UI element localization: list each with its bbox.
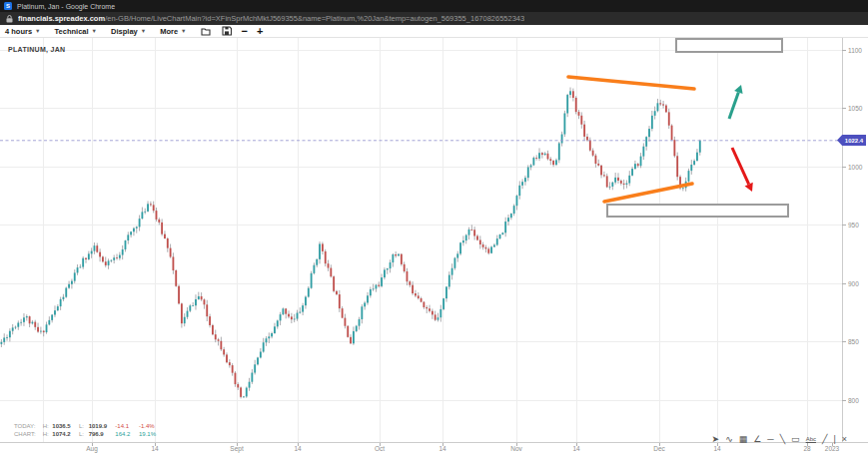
technical-dropdown[interactable]: Technical ▼	[55, 27, 98, 36]
x-axis-label: 14	[285, 445, 311, 452]
annotation-arrow-up[interactable]	[729, 85, 743, 119]
legend-today-low: 1019.9	[89, 423, 114, 431]
legend-today-change-pct: -1.4%	[139, 423, 159, 431]
chevron-down-icon: ▼	[92, 28, 97, 34]
candlesticks	[0, 88, 700, 399]
rectangle-icon[interactable]: ▭	[791, 434, 800, 444]
y-axis-label: 900	[848, 280, 859, 287]
x-axis-label: Aug	[79, 445, 105, 452]
legend-today-label: TODAY:	[14, 423, 41, 431]
open-chart-button[interactable]	[201, 27, 212, 36]
annotations	[568, 39, 788, 217]
annotation-arrow-down[interactable]	[732, 148, 753, 192]
legend-chart-change: 164.2	[115, 431, 137, 439]
address-bar[interactable]: financials.spreadex.com/en-GB/Home/LiveC…	[0, 12, 868, 25]
display-label: Display	[111, 27, 138, 36]
y-axis-label: 950	[848, 222, 859, 228]
text-icon[interactable]: Abc	[806, 434, 816, 444]
horizontal-line-icon[interactable]: ─	[767, 434, 773, 444]
chevron-down-icon: ▼	[35, 28, 40, 34]
legend-low-key: L:	[79, 423, 87, 431]
y-axis-label: 1000	[848, 164, 862, 171]
legend-chart-low: 796.9	[89, 431, 114, 439]
y-axis-label: 800	[848, 397, 859, 404]
drawing-toolbar: ➤∿▦∠─╲▭Abc╱|×	[712, 434, 847, 444]
current-price-badge: 1022.4	[837, 135, 866, 146]
legend-today-high: 1036.5	[52, 423, 77, 431]
url-text[interactable]: financials.spreadex.com/en-GB/Home/LiveC…	[18, 14, 524, 23]
chart-area: PLATINUM, JAN 1022.4 TODAY: H: 1036.5 L:…	[0, 38, 868, 457]
x-axis-label: 14	[704, 445, 730, 452]
legend-high-key: H:	[43, 423, 51, 431]
lock-icon	[6, 15, 13, 23]
display-dropdown[interactable]: Display ▼	[111, 27, 146, 36]
x-axis-label: Nov	[503, 445, 529, 452]
save-icon	[222, 26, 232, 36]
chart-legend: TODAY: H: 1036.5 L: 1019.9 -14.1 -1.4% C…	[14, 423, 159, 438]
x-axis-label: 28	[794, 445, 820, 452]
x-axis-label: 14	[430, 445, 455, 452]
legend-high-key: H:	[43, 431, 51, 439]
folder-open-icon	[201, 27, 212, 36]
x-axis-label: 14	[563, 445, 589, 452]
timeframe-label: 4 hours	[5, 27, 32, 36]
chevron-down-icon: ▼	[181, 28, 186, 34]
legend-chart-change-pct: 19.1%	[139, 431, 159, 439]
url-path: /en-GB/Home/LiveChartMain?id=XFinSprMchM…	[105, 14, 524, 23]
legend-today-change: -14.1	[115, 423, 137, 431]
price-chart[interactable]	[0, 38, 868, 457]
x-axis-label: 2023	[819, 445, 845, 452]
window-titlebar: S Platinum, Jan - Google Chrome	[0, 0, 868, 12]
zoom-in-button[interactable]: +	[257, 26, 263, 36]
timeframe-dropdown[interactable]: 4 hours ▼	[5, 27, 41, 36]
spreadex-favicon: S	[4, 2, 12, 10]
chevron-down-icon: ▼	[141, 28, 146, 34]
legend-row-chart: CHART: H: 1074.2 L: 796.9 164.2 19.1%	[14, 431, 159, 439]
x-axis-label: Oct	[367, 445, 393, 452]
chart-toolbar: 4 hours ▼ Technical ▼ Display ▼ More ▼ −…	[0, 25, 868, 38]
save-chart-button[interactable]	[222, 26, 232, 36]
toolbar-separator: |	[833, 434, 835, 444]
x-axis-label: 14	[142, 445, 168, 452]
x-axis-label: Sept	[224, 445, 250, 452]
legend-chart-label: CHART:	[14, 431, 41, 439]
legend-row-today: TODAY: H: 1036.5 L: 1019.9 -14.1 -1.4%	[14, 423, 159, 431]
more-label: More	[160, 27, 178, 36]
legend-low-key: L:	[79, 431, 87, 439]
y-axis-label: 850	[848, 338, 859, 345]
polyline-icon[interactable]: ∿	[725, 434, 733, 444]
instrument-label: PLATINUM, JAN	[8, 46, 65, 53]
x-axis-label: Dec	[646, 445, 672, 452]
y-axis-label: 1100	[848, 47, 862, 54]
grid-icon[interactable]: ▦	[739, 434, 748, 444]
url-domain: financials.spreadex.com	[18, 14, 105, 23]
close-icon[interactable]: ×	[842, 434, 847, 444]
annotation-rectangle-top[interactable]	[676, 39, 782, 52]
annotation-rectangle-bottom[interactable]	[607, 205, 788, 217]
y-axis-label: 1050	[848, 105, 862, 112]
angle-lines-icon[interactable]: ∠	[753, 434, 761, 444]
annotation-trendline-lower[interactable]	[604, 184, 692, 202]
annotation-trendline-upper[interactable]	[568, 77, 694, 89]
technical-label: Technical	[55, 27, 89, 36]
legend-chart-high: 1074.2	[52, 431, 77, 439]
gridlines	[0, 38, 868, 446]
more-dropdown[interactable]: More ▼	[160, 27, 186, 36]
window-title: Platinum, Jan - Google Chrome	[17, 3, 115, 10]
zoom-out-button[interactable]: −	[242, 26, 248, 36]
trend-line-icon[interactable]: ╲	[780, 434, 785, 444]
pointer-icon[interactable]: ➤	[712, 434, 720, 444]
diagonal-line-icon[interactable]: ╱	[822, 434, 827, 444]
